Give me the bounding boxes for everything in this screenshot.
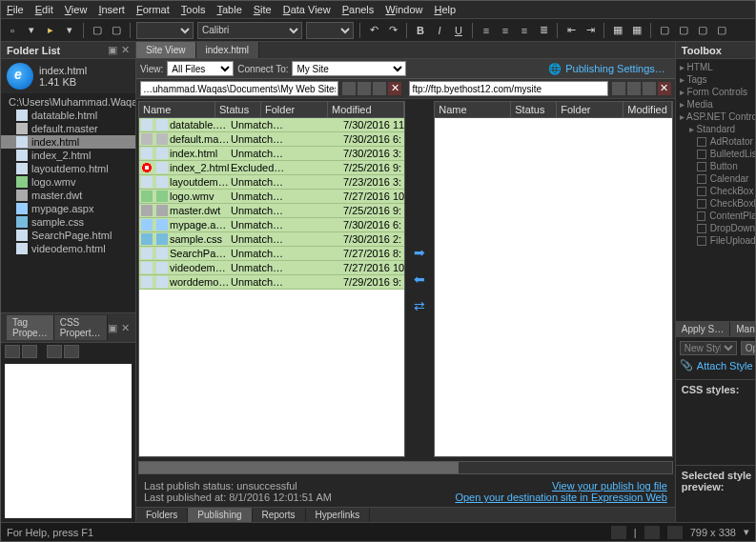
refresh-icon[interactable] bbox=[643, 82, 656, 95]
tree-item[interactable]: index_2.html bbox=[1, 149, 135, 162]
toolbox-group[interactable]: Form Controls bbox=[680, 86, 755, 98]
toolbox-group-standard[interactable]: Standard bbox=[680, 123, 755, 135]
sort-icon[interactable] bbox=[22, 345, 37, 358]
bottom-tab-hyperlinks[interactable]: Hyperlinks bbox=[306, 508, 371, 522]
nav-icon[interactable] bbox=[358, 82, 371, 95]
redo-icon[interactable]: ↷ bbox=[385, 23, 400, 38]
file-row[interactable]: SearchPage…Unmatch…7/27/2016 8: bbox=[139, 247, 404, 261]
style-select[interactable] bbox=[136, 22, 194, 39]
file-row[interactable]: sample.cssUnmatch…7/30/2016 2: bbox=[139, 232, 404, 247]
misc-icon[interactable]: ▢ bbox=[714, 23, 729, 38]
menu-panels[interactable]: Panels bbox=[342, 4, 375, 15]
toolbox-item[interactable]: BulletedList bbox=[680, 148, 755, 160]
attach-stylesheet-link[interactable]: Attach Style Sheet… bbox=[697, 360, 755, 371]
col-name[interactable]: Name bbox=[435, 102, 511, 117]
view-log-link[interactable]: View your publish log file bbox=[455, 480, 666, 492]
new-style-select[interactable]: New Style… bbox=[680, 341, 737, 355]
bottom-tab-reports[interactable]: Reports bbox=[253, 508, 306, 522]
col-folder[interactable]: Folder bbox=[557, 102, 623, 117]
toolbox-group[interactable]: Media bbox=[680, 98, 755, 110]
toolbox-item[interactable]: Calendar bbox=[680, 172, 755, 185]
menu-edit[interactable]: Edit bbox=[35, 4, 53, 15]
local-path-input[interactable] bbox=[140, 81, 338, 96]
dropdown-icon[interactable]: ▾ bbox=[24, 23, 39, 38]
pin-icon[interactable]: ▣ bbox=[108, 44, 117, 56]
delete-icon[interactable]: ✕ bbox=[658, 82, 671, 95]
status-icon[interactable] bbox=[611, 526, 626, 539]
misc-icon[interactable]: ▢ bbox=[676, 23, 691, 38]
menu-format[interactable]: Format bbox=[136, 4, 170, 15]
publish-right-icon[interactable]: ➡ bbox=[412, 245, 427, 260]
toolbox-body[interactable]: HTMLTagsForm ControlsMediaASP.NET Contro… bbox=[676, 59, 755, 321]
tool-icon[interactable]: ▢ bbox=[90, 23, 105, 38]
tree-item[interactable]: logo.wmv bbox=[1, 175, 135, 189]
connect-select[interactable]: My Site bbox=[292, 61, 406, 76]
align-left-icon[interactable]: ≡ bbox=[479, 23, 494, 38]
remote-file-rows[interactable] bbox=[435, 118, 672, 456]
tag-tab[interactable]: CSS Propert… bbox=[54, 315, 108, 340]
tree-item[interactable]: videodemo.html bbox=[1, 242, 135, 255]
tree-root[interactable]: C:\Users\Muhammad.Waqas\Docum… bbox=[1, 95, 135, 109]
col-status[interactable]: Status bbox=[215, 102, 261, 117]
status-icon[interactable] bbox=[644, 526, 660, 539]
menu-view[interactable]: View bbox=[65, 4, 88, 15]
toolbox-item[interactable]: DropDownList bbox=[680, 222, 755, 234]
misc-icon[interactable]: ▢ bbox=[695, 23, 710, 38]
local-file-rows[interactable]: datatable.htmlUnmatch…7/30/2016 11defaul… bbox=[139, 118, 404, 456]
col-status[interactable]: Status bbox=[511, 102, 557, 117]
file-row[interactable]: master.dwtUnmatch…7/25/2016 9: bbox=[139, 204, 404, 218]
list-icon[interactable]: ≣ bbox=[536, 23, 551, 38]
col-name[interactable]: Name bbox=[139, 102, 215, 117]
new-icon[interactable]: ▫ bbox=[5, 23, 20, 38]
file-row[interactable]: datatable.htmlUnmatch…7/30/2016 11 bbox=[139, 118, 404, 132]
menu-tools[interactable]: Tools bbox=[181, 4, 206, 15]
view-select[interactable]: All Files bbox=[167, 61, 234, 76]
open-icon[interactable]: ▸ bbox=[43, 23, 58, 38]
file-row[interactable]: default.masterUnmatch…7/30/2016 6: bbox=[139, 132, 404, 147]
tree-item[interactable]: layoutdemo.html bbox=[1, 162, 135, 175]
bottom-tab-folders[interactable]: Folders bbox=[136, 508, 188, 522]
file-row[interactable]: index.htmlUnmatch…7/30/2016 3: bbox=[139, 147, 404, 161]
bottom-tab-publishing[interactable]: Publishing bbox=[188, 508, 252, 522]
nav-icon[interactable] bbox=[342, 82, 356, 95]
menu-window[interactable]: Window bbox=[385, 4, 422, 15]
prop-icon[interactable] bbox=[47, 345, 62, 358]
menu-file[interactable]: File bbox=[7, 4, 24, 15]
prop-icon[interactable] bbox=[64, 345, 79, 358]
doc-tab[interactable]: index.html bbox=[196, 42, 260, 58]
save-icon[interactable]: ▾ bbox=[62, 23, 77, 38]
menu-site[interactable]: Site bbox=[254, 4, 272, 15]
toolbox-item[interactable]: ContentPlaceHolder bbox=[680, 210, 755, 222]
toolbox-group[interactable]: HTML bbox=[680, 61, 755, 73]
size-select[interactable] bbox=[306, 22, 354, 39]
open-destination-link[interactable]: Open your destination site in Expression… bbox=[455, 492, 666, 503]
pin-icon[interactable]: ▣ bbox=[108, 322, 117, 334]
tree-item[interactable]: index.html bbox=[1, 135, 135, 149]
font-select[interactable]: Calibri bbox=[197, 22, 302, 39]
indent-icon[interactable]: ⇥ bbox=[582, 23, 598, 38]
table-icon[interactable]: ▦ bbox=[629, 23, 644, 38]
col-folder[interactable]: Folder bbox=[261, 102, 328, 117]
remote-path-input[interactable] bbox=[409, 81, 607, 96]
nav-icon[interactable] bbox=[612, 82, 625, 95]
col-modified[interactable]: Modified bbox=[623, 102, 672, 117]
tree-item[interactable]: SearchPage.html bbox=[1, 229, 135, 242]
toolbox-group[interactable]: ASP.NET Controls bbox=[680, 110, 755, 123]
bold-icon[interactable]: B bbox=[413, 23, 428, 38]
sort-icon[interactable] bbox=[5, 345, 20, 358]
refresh-icon[interactable] bbox=[373, 82, 386, 95]
status-icon[interactable] bbox=[667, 526, 683, 539]
tree-item[interactable]: default.master bbox=[1, 122, 135, 135]
file-row[interactable]: worddemo.h…Unmatch…7/29/2016 9: bbox=[139, 275, 404, 290]
toolbox-item[interactable]: CheckBox bbox=[680, 185, 755, 197]
options-button[interactable]: Options bbox=[741, 341, 755, 355]
nav-icon[interactable] bbox=[627, 82, 641, 95]
publish-left-icon[interactable]: ⬅ bbox=[412, 271, 427, 287]
chevron-down-icon[interactable]: ▾ bbox=[744, 526, 749, 538]
italic-icon[interactable]: I bbox=[432, 23, 447, 38]
doc-tab[interactable]: Site View bbox=[136, 42, 196, 58]
menu-data-view[interactable]: Data View bbox=[283, 4, 331, 15]
border-icon[interactable]: ▦ bbox=[610, 23, 625, 38]
toolbox-item[interactable]: CheckBoxList bbox=[680, 197, 755, 210]
tree-item[interactable]: mypage.aspx bbox=[1, 202, 135, 215]
